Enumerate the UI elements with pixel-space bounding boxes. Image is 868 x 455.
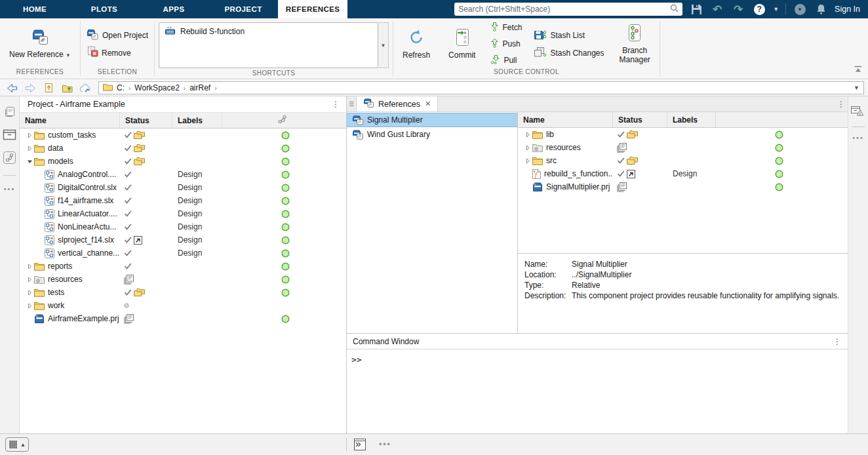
tree-row-digitalcontrol-slx[interactable]: DigitalControl.slxDesign [20, 181, 346, 194]
breadcrumb-dropdown-caret-icon[interactable]: ▼ [854, 85, 859, 91]
commit-button[interactable]: Commit [443, 26, 481, 62]
remove-button[interactable]: Remove [85, 46, 150, 60]
stash-changes-button[interactable]: Stash Changes [532, 46, 606, 60]
tab-list-menu-icon[interactable]: ☰ [347, 96, 356, 111]
breadcrumb-segment-workspace2[interactable]: WorkSpace2 [134, 83, 179, 92]
tree-row-resources[interactable]: resources [20, 273, 346, 286]
expand-arrow-icon[interactable] [523, 132, 532, 138]
expand-arrow-icon[interactable] [25, 290, 34, 296]
toolstrip-tab-references[interactable]: REFERENCES [278, 0, 347, 18]
account-menu-icon[interactable]: ▼ [793, 2, 807, 16]
toolstrip-tab-plots[interactable]: PLOTS [69, 0, 139, 18]
tree-row-custom-tasks[interactable]: custom_tasks [20, 129, 346, 142]
check-status-icon [124, 210, 132, 217]
tree-row-nonlinearactu[interactable]: NonLinearActu...Design [20, 220, 346, 233]
tree-row-analogcontrol[interactable]: AnalogControl....Design [20, 168, 346, 181]
back-icon[interactable] [4, 81, 20, 94]
tab-close-icon[interactable]: ✕ [425, 100, 431, 108]
label-cell [667, 180, 716, 193]
reference-item-wind-gust-library[interactable]: Wind Gust Library [347, 127, 517, 142]
more-panels-icon[interactable]: ••• [852, 134, 864, 142]
project-archive-icon[interactable] [3, 129, 16, 142]
breadcrumb[interactable]: C:›WorkSpace2›airRef› ▼ [98, 81, 864, 94]
tree-row-src[interactable]: src [518, 154, 848, 167]
tree-row-models[interactable]: models [20, 155, 346, 168]
toolstrip-tab-apps[interactable]: APPS [139, 0, 208, 18]
label-cell [667, 141, 716, 154]
command-window-menu-icon[interactable]: ⋮ [832, 340, 842, 343]
toolstrip-tab-home[interactable]: HOME [0, 0, 69, 18]
command-window-mini-icon[interactable] [353, 438, 366, 451]
expand-arrow-icon[interactable] [523, 145, 532, 151]
forward-icon[interactable] [22, 81, 38, 94]
more-panels-icon[interactable]: ••• [4, 185, 16, 193]
tree-row-f14-airframe-slx[interactable]: f14_airframe.slxDesign [20, 194, 346, 207]
expand-arrow-icon[interactable] [25, 277, 34, 283]
expand-arrow-icon[interactable] [25, 303, 34, 309]
save-icon[interactable] [689, 2, 703, 16]
breadcrumb-segment-airref[interactable]: airRef [189, 83, 210, 92]
rebuild-s-function-shortcut[interactable]: Rebuild S-function [159, 23, 378, 40]
command-prompt: >> [351, 355, 362, 365]
details-panel-toggle-button[interactable]: ▲ [5, 437, 29, 452]
statusbar-divider [346, 438, 347, 451]
tab-references[interactable]: References ✕ [356, 96, 438, 111]
global-search[interactable] [454, 3, 682, 16]
expand-arrow-icon[interactable] [523, 158, 532, 164]
search-icon[interactable] [670, 4, 679, 14]
branch-panel-icon[interactable] [3, 151, 16, 166]
pull-button[interactable]: Pull [488, 54, 524, 67]
expand-arrow-icon[interactable] [25, 264, 34, 269]
shortcuts-gallery-dropdown[interactable]: ▼ [378, 22, 389, 68]
column-header-status[interactable]: Status [613, 112, 667, 127]
up-one-level-icon[interactable] [41, 81, 56, 94]
column-header-name[interactable]: Name [20, 113, 120, 128]
column-header-name[interactable]: Name [518, 112, 613, 127]
toolstrip-tab-project[interactable]: PROJECT [208, 0, 278, 18]
cloud-browse-icon[interactable] [77, 81, 93, 94]
stash-list-button[interactable]: Stash List [532, 28, 606, 43]
new-folder-icon[interactable] [59, 81, 75, 94]
open-project-button[interactable]: Open Project [85, 28, 150, 43]
undo-icon[interactable]: ↶ [710, 2, 724, 16]
tree-row-rebuild-s-function[interactable]: frebuild_s_function...Design [518, 167, 848, 180]
column-header-status[interactable]: Status [120, 113, 172, 128]
help-icon[interactable]: ? [752, 2, 766, 16]
tree-row-lib[interactable]: lib [518, 128, 848, 141]
tree-row-airframeexample-prj[interactable]: AirframeExample.prj [20, 312, 346, 325]
sign-in-button[interactable]: Sign In [835, 5, 860, 14]
column-header-branch[interactable] [222, 113, 346, 128]
files-panel-icon[interactable] [3, 106, 16, 120]
redo-icon[interactable]: ↷ [731, 2, 745, 16]
references-panel-menu-icon[interactable]: ⋮ [837, 96, 848, 111]
new-reference-button[interactable]: New Reference ▼ [4, 25, 76, 63]
fetch-button[interactable]: Fetch [488, 21, 524, 34]
expand-arrow-icon[interactable] [25, 146, 34, 151]
statusbar-more-icon[interactable]: ••• [379, 440, 391, 449]
tree-row-data[interactable]: data [20, 142, 346, 155]
tree-row-reports[interactable]: reports [20, 260, 346, 273]
notifications-bell-icon[interactable] [814, 2, 828, 16]
column-header-labels[interactable]: Labels [667, 112, 716, 127]
project-checks-icon[interactable] [850, 104, 866, 120]
tree-row-linearactuator[interactable]: LinearActuator....Design [20, 207, 346, 220]
tree-row-signalmultiplier-prj[interactable]: SignalMultiplier.prj [518, 180, 848, 193]
project-panel-menu-icon[interactable]: ⋮ [330, 103, 341, 106]
branch-manager-button[interactable]: Branch Manager [614, 21, 655, 67]
column-header-labels[interactable]: Labels [172, 113, 222, 128]
tree-row-slproject-f14-slx[interactable]: slproject_f14.slxDesign [20, 233, 346, 247]
expand-arrow-icon[interactable] [25, 132, 34, 138]
help-dropdown-caret-icon[interactable]: ▼ [773, 6, 779, 12]
push-button[interactable]: Push [488, 37, 524, 50]
search-input[interactable] [458, 5, 666, 14]
tree-row-vertical-channe[interactable]: vertical_channe...Design [20, 247, 346, 260]
breadcrumb-segment-c[interactable]: C: [117, 83, 125, 92]
tree-row-work[interactable]: work [20, 299, 346, 312]
tree-row-tests[interactable]: tests [20, 286, 346, 299]
collapse-arrow-icon[interactable] [25, 159, 34, 165]
refresh-button[interactable]: Refresh [397, 26, 435, 62]
collapse-ribbon-icon[interactable] [854, 66, 863, 75]
command-window-input[interactable]: >> [347, 349, 848, 433]
reference-item-signal-multiplier[interactable]: Signal Multiplier [347, 113, 517, 127]
tree-row-resources[interactable]: resources [518, 141, 848, 154]
